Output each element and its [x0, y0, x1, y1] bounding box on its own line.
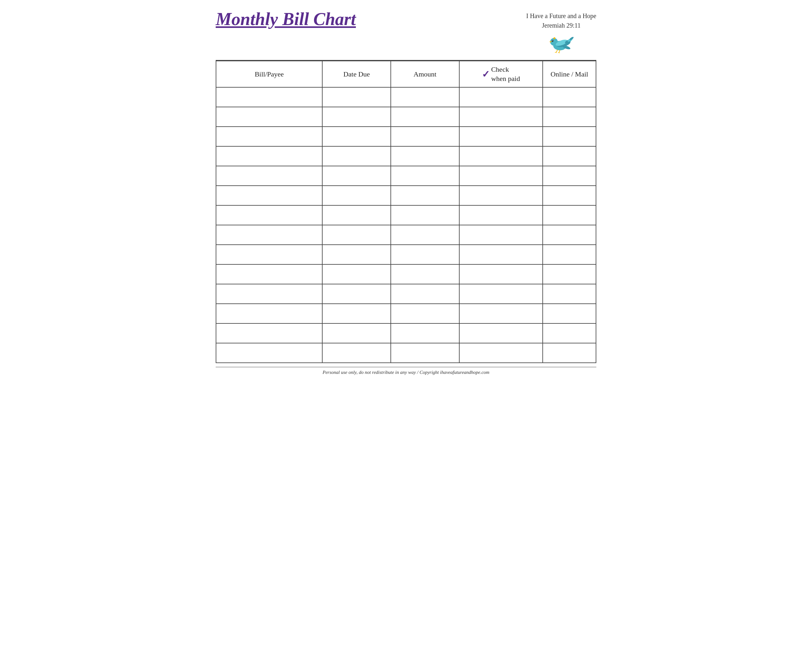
bill-chart-table: Bill/Payee Date Due Amount ✓ Check w: [216, 61, 596, 363]
table-row: [216, 146, 596, 166]
table-header-row: Bill/Payee Date Due Amount ✓ Check w: [216, 61, 596, 87]
table-cell: [459, 205, 543, 225]
table-cell: [391, 186, 459, 205]
table-cell: [216, 225, 322, 245]
table-cell: [391, 107, 459, 127]
table-cell: [391, 127, 459, 146]
table-cell: [459, 225, 543, 245]
tagline-line1: I Have a Future and a Hope: [526, 11, 596, 21]
svg-point-3: [552, 40, 553, 41]
table-cell: [459, 107, 543, 127]
table-cell: [322, 146, 391, 166]
table-cell: [459, 343, 543, 363]
tagline-line2: Jeremiah 29:11: [542, 21, 580, 30]
table-cell: [216, 245, 322, 265]
table-cell: [216, 107, 322, 127]
table-cell: [543, 284, 596, 304]
table-cell: [216, 146, 322, 166]
svg-line-16: [559, 52, 560, 54]
table-cell: [459, 323, 543, 343]
table-cell: [391, 225, 459, 245]
table-cell: [459, 304, 543, 323]
table-cell: [322, 343, 391, 363]
table-cell: [216, 284, 322, 304]
table-cell: [216, 343, 322, 363]
title-block: Monthly Bill Chart: [216, 9, 356, 29]
table-cell: [543, 265, 596, 284]
table-cell: [322, 205, 391, 225]
table-row: [216, 205, 596, 225]
col-header-amount: Amount: [391, 61, 459, 87]
footer-text: Personal use only, do not redistribute i…: [216, 370, 596, 375]
table-cell: [322, 166, 391, 186]
checkmark-icon: ✓: [482, 69, 490, 79]
svg-point-17: [554, 37, 556, 39]
table-cell: [543, 205, 596, 225]
table-cell: [216, 87, 322, 107]
table-cell: [391, 87, 459, 107]
table-row: [216, 127, 596, 146]
table-cell: [459, 245, 543, 265]
table-cell: [459, 186, 543, 205]
table-row: [216, 225, 596, 245]
footer: Personal use only, do not redistribute i…: [216, 367, 596, 375]
page: Monthly Bill Chart I Have a Future and a…: [203, 0, 609, 381]
table-cell: [459, 87, 543, 107]
table-cell: [216, 205, 322, 225]
table-cell: [216, 166, 322, 186]
table-cell: [391, 245, 459, 265]
header: Monthly Bill Chart I Have a Future and a…: [216, 9, 596, 54]
table-row: [216, 107, 596, 127]
table-cell: [391, 284, 459, 304]
col-header-bill-payee: Bill/Payee: [216, 61, 322, 87]
table-cell: [391, 323, 459, 343]
table-cell: [543, 323, 596, 343]
table-cell: [543, 127, 596, 146]
table-cell: [459, 284, 543, 304]
table-cell: [543, 343, 596, 363]
table-cell: [216, 323, 322, 343]
table-cell: [391, 304, 459, 323]
bird-container: [547, 31, 575, 54]
table-cell: [391, 205, 459, 225]
table-body: [216, 87, 596, 363]
table-row: [216, 323, 596, 343]
col-header-online-mail: Online / Mail: [543, 61, 596, 87]
table-cell: [391, 265, 459, 284]
table-cell: [322, 323, 391, 343]
table-cell: [543, 225, 596, 245]
table-row: [216, 245, 596, 265]
table-cell: [543, 304, 596, 323]
table-container: Bill/Payee Date Due Amount ✓ Check w: [216, 60, 596, 363]
table-row: [216, 284, 596, 304]
table-cell: [391, 146, 459, 166]
table-cell: [216, 304, 322, 323]
table-cell: [322, 245, 391, 265]
table-cell: [322, 304, 391, 323]
table-cell: [459, 146, 543, 166]
table-row: [216, 186, 596, 205]
table-cell: [459, 127, 543, 146]
table-row: [216, 265, 596, 284]
table-cell: [216, 127, 322, 146]
table-cell: [216, 265, 322, 284]
table-cell: [216, 186, 322, 205]
table-row: [216, 87, 596, 107]
table-cell: [459, 265, 543, 284]
table-cell: [543, 146, 596, 166]
table-cell: [543, 245, 596, 265]
page-title: Monthly Bill Chart: [216, 9, 356, 29]
table-cell: [459, 166, 543, 186]
table-cell: [543, 186, 596, 205]
svg-line-11: [556, 50, 558, 52]
table-cell: [543, 87, 596, 107]
col-header-date-due: Date Due: [322, 61, 391, 87]
svg-point-2: [552, 40, 554, 41]
table-row: [216, 304, 596, 323]
table-cell: [322, 87, 391, 107]
table-cell: [322, 127, 391, 146]
table-cell: [391, 343, 459, 363]
table-row: [216, 343, 596, 363]
table-cell: [322, 265, 391, 284]
table-cell: [322, 284, 391, 304]
